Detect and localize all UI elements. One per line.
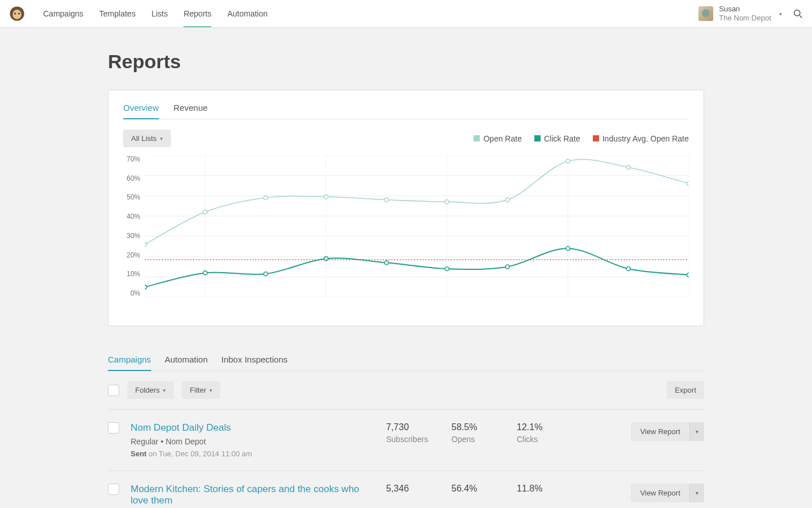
stat: 7,730 Subscribers — [386, 422, 440, 444]
tab-overview[interactable]: Overview — [123, 103, 159, 119]
chevron-down-icon: ▾ — [160, 136, 163, 141]
nav-automation[interactable]: Automation — [227, 0, 267, 27]
report-row: Nom Depot Daily Deals Regular • Nom Depo… — [108, 410, 704, 471]
stat-label: Clicks — [517, 435, 571, 444]
swatch-icon — [593, 135, 599, 141]
tab-inbox-inspections[interactable]: Inbox Inspections — [221, 355, 288, 370]
stat: 11.8% — [517, 484, 571, 494]
swatch-icon — [474, 135, 480, 141]
svg-point-21 — [263, 196, 267, 200]
filter-label: Filter — [190, 386, 206, 394]
nav-lists[interactable]: Lists — [152, 0, 168, 27]
user-text: Susan The Nom Depot — [719, 5, 771, 22]
svg-line-5 — [800, 15, 802, 18]
filter-dropdown[interactable]: Filter ▾ — [182, 381, 220, 399]
stat: 5,346 — [386, 484, 440, 494]
page-title: Reports — [108, 51, 704, 73]
ytick: 10% — [123, 270, 140, 278]
svg-point-37 — [626, 267, 630, 271]
nav-campaigns[interactable]: Campaigns — [43, 0, 83, 27]
row-checkbox[interactable] — [108, 422, 119, 434]
nav-templates[interactable]: Templates — [99, 0, 136, 27]
row-action-dropdown[interactable]: ▾ — [689, 484, 704, 502]
select-all-checkbox[interactable] — [108, 385, 119, 396]
stat: 58.5% Opens — [451, 422, 505, 444]
ytick: 30% — [123, 232, 140, 240]
svg-point-20 — [203, 210, 207, 214]
svg-point-29 — [145, 285, 147, 289]
legend-click-rate: Click Rate — [534, 134, 580, 143]
legend-label: Open Rate — [483, 134, 522, 143]
row-action: View Report ▾ — [631, 484, 704, 502]
svg-point-26 — [566, 159, 570, 163]
svg-point-24 — [445, 200, 449, 204]
lists-dropdown-label: All Lists — [131, 134, 157, 143]
folders-dropdown[interactable]: Folders ▾ — [127, 381, 174, 399]
ytick: 50% — [123, 193, 140, 201]
stat-value: 58.5% — [451, 422, 505, 432]
lists-dropdown[interactable]: All Lists ▾ — [123, 130, 171, 147]
stat-value: 7,730 — [386, 422, 440, 432]
folders-label: Folders — [135, 386, 160, 394]
legend-label: Click Rate — [544, 134, 580, 143]
search-icon[interactable] — [793, 9, 803, 19]
nav-reports[interactable]: Reports — [183, 0, 211, 27]
svg-point-31 — [263, 272, 267, 276]
row-action: View Report ▾ — [631, 422, 704, 441]
stat-value: 56.4% — [451, 484, 505, 494]
chart-svg — [145, 155, 689, 297]
brand-logo[interactable] — [9, 6, 25, 22]
row-action-dropdown[interactable]: ▾ — [689, 422, 704, 441]
svg-point-28 — [687, 182, 689, 186]
row-title-link[interactable]: Nom Depot Daily Deals — [131, 422, 375, 434]
y-axis-labels: 70% 60% 50% 40% 30% 20% 10% 0% — [123, 155, 140, 297]
svg-point-30 — [203, 271, 207, 275]
ytick: 70% — [123, 155, 140, 163]
user-name: Susan — [719, 5, 771, 14]
row-checkbox[interactable] — [108, 484, 119, 495]
card-tabs: Overview Revenue — [123, 103, 689, 119]
view-report-button[interactable]: View Report — [631, 484, 689, 502]
svg-point-34 — [445, 267, 449, 271]
row-title-link[interactable]: Modern Kitchen: Stories of capers and th… — [131, 484, 375, 506]
stat-value: 12.1% — [517, 422, 571, 432]
view-report-button[interactable]: View Report — [631, 422, 689, 441]
stat-label: Opens — [451, 435, 505, 444]
stat: 56.4% — [451, 484, 505, 494]
user-menu[interactable]: Susan The Nom Depot ▾ — [698, 5, 782, 22]
svg-point-35 — [505, 265, 509, 269]
export-button[interactable]: Export — [667, 381, 704, 399]
svg-point-38 — [687, 273, 689, 277]
legend-open-rate: Open Rate — [474, 134, 522, 143]
ytick: 0% — [123, 289, 140, 297]
report-row: Modern Kitchen: Stories of capers and th… — [108, 471, 704, 508]
chevron-down-icon: ▾ — [779, 11, 782, 17]
svg-point-22 — [324, 195, 328, 199]
tab-revenue[interactable]: Revenue — [174, 103, 208, 119]
overview-card: Overview Revenue All Lists ▾ Open Rate C… — [108, 90, 704, 326]
svg-point-4 — [794, 10, 800, 15]
main-nav: Campaigns Templates Lists Reports Automa… — [43, 0, 698, 27]
report-list-tabs: Campaigns Automation Inbox Inspections — [108, 355, 704, 371]
ytick: 20% — [123, 251, 140, 259]
row-subtitle: Regular • Nom Depot — [131, 437, 375, 446]
topbar: Campaigns Templates Lists Reports Automa… — [0, 0, 812, 28]
stat: 12.1% Clicks — [517, 422, 571, 444]
tab-automation[interactable]: Automation — [165, 355, 208, 370]
user-company: The Nom Depot — [719, 14, 771, 23]
legend-label: Industry Avg. Open Rate — [602, 134, 689, 143]
svg-point-27 — [626, 165, 630, 169]
chevron-down-icon: ▾ — [210, 388, 212, 393]
legend-industry-avg: Industry Avg. Open Rate — [593, 134, 689, 143]
tab-campaigns[interactable]: Campaigns — [108, 355, 151, 371]
svg-point-19 — [145, 243, 147, 247]
ytick: 60% — [123, 174, 140, 182]
report-rows: Nom Depot Daily Deals Regular • Nom Depo… — [108, 410, 704, 508]
svg-point-36 — [566, 247, 570, 251]
stat-value: 5,346 — [386, 484, 440, 494]
svg-point-33 — [384, 261, 388, 265]
avatar — [698, 6, 713, 21]
ytick: 40% — [123, 213, 140, 220]
stat-value: 11.8% — [517, 484, 571, 494]
row-sent: Sent on Tue, Dec 09, 2014 11:00 am — [131, 449, 375, 458]
